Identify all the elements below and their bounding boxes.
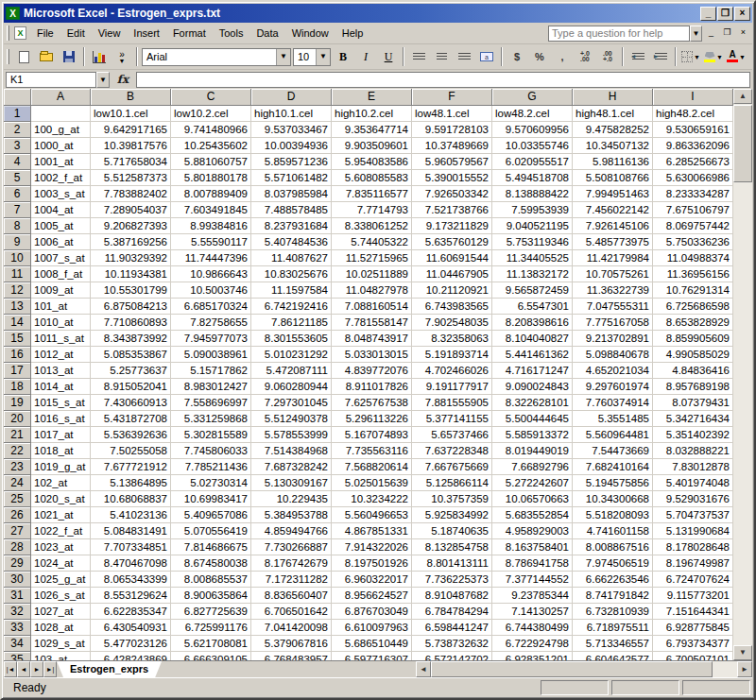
cell[interactable]: 7.637228348 xyxy=(412,443,492,459)
cell[interactable]: 9.863362096 xyxy=(653,138,733,154)
row-header-12[interactable]: 12 xyxy=(4,282,31,299)
cell[interactable]: 5.401974048 xyxy=(653,475,733,491)
cell[interactable]: 5.536392636 xyxy=(91,427,171,443)
cell[interactable]: 8.032888221 xyxy=(653,443,733,459)
cell[interactable]: 11.60691544 xyxy=(412,250,492,266)
cell[interactable]: 4.716171247 xyxy=(492,363,573,379)
menu-item-file[interactable]: File xyxy=(30,25,60,42)
row-header-29[interactable]: 29 xyxy=(4,555,31,572)
cell[interactable]: 1009_at xyxy=(31,282,91,299)
last-sheet-icon[interactable]: ►| xyxy=(43,661,57,677)
align-left-button[interactable] xyxy=(408,47,429,66)
cell[interactable]: 11.1597584 xyxy=(251,282,332,299)
row-header-27[interactable]: 27 xyxy=(4,523,31,539)
cell[interactable]: 8.301553605 xyxy=(251,331,332,347)
cell[interactable]: 8.911017826 xyxy=(332,379,412,395)
cell[interactable]: 7.603491845 xyxy=(171,202,251,218)
cell[interactable]: 11.4087627 xyxy=(251,250,332,266)
font-size-combo[interactable]: 10 ▼ xyxy=(293,48,331,66)
cell[interactable]: 1005_at xyxy=(31,218,91,234)
workbook-close-icon[interactable]: × xyxy=(736,26,750,40)
cell[interactable]: 1006_at xyxy=(31,234,91,250)
menu-item-view[interactable]: View xyxy=(92,25,128,42)
row-header-9[interactable]: 9 xyxy=(4,234,31,250)
row-header-4[interactable]: 4 xyxy=(4,154,31,170)
cell[interactable]: 7.568820614 xyxy=(332,459,412,475)
row-header-15[interactable]: 15 xyxy=(4,331,31,347)
cell[interactable]: 8.786941758 xyxy=(492,555,573,572)
cell[interactable]: 8.132854758 xyxy=(412,539,492,555)
cell[interactable]: 5.409657086 xyxy=(171,507,251,523)
cell[interactable]: 7.745806033 xyxy=(171,443,251,459)
cell[interactable]: 1024_at xyxy=(31,555,91,572)
formula-input[interactable] xyxy=(136,72,750,88)
cell[interactable]: 6.685170324 xyxy=(171,299,251,315)
cell[interactable]: 1001_at xyxy=(31,154,91,170)
bold-button[interactable]: B xyxy=(333,47,353,66)
cell[interactable]: 9.060280944 xyxy=(251,379,332,395)
cell[interactable]: 1028_at xyxy=(31,620,91,636)
maximize-icon[interactable]: ❐ xyxy=(717,7,733,21)
cell[interactable]: 5.191893714 xyxy=(412,347,492,363)
cell[interactable]: 4.958929003 xyxy=(492,523,573,539)
borders-button[interactable]: ▼ xyxy=(680,47,701,66)
row-header-30[interactable]: 30 xyxy=(4,572,31,588)
chevron-down-icon[interactable]: ▼ xyxy=(739,54,746,60)
cell[interactable]: 7.781558147 xyxy=(332,315,412,331)
cell[interactable]: 1014_at xyxy=(31,379,91,395)
cell[interactable]: 6.572142702 xyxy=(412,652,492,660)
cell[interactable]: 6.742192416 xyxy=(251,299,332,315)
cell[interactable]: 10.21120921 xyxy=(412,282,492,299)
vertical-scroll-thumb[interactable] xyxy=(733,105,752,182)
row-header-19[interactable]: 19 xyxy=(4,395,31,411)
cell[interactable]: 7.785211436 xyxy=(171,459,251,475)
cell[interactable]: 5.560496653 xyxy=(332,507,412,523)
cell[interactable]: 11.36956156 xyxy=(653,266,733,282)
cell[interactable]: 10.68068837 xyxy=(91,491,171,507)
cell[interactable]: 9.903509601 xyxy=(332,138,412,154)
cell[interactable]: 5.925834992 xyxy=(412,507,492,523)
cell[interactable]: 5.18740635 xyxy=(412,523,492,539)
cell[interactable]: 10.02511889 xyxy=(332,266,412,282)
cell[interactable]: 7.735563116 xyxy=(332,443,412,459)
cell[interactable]: 4.990585029 xyxy=(653,347,733,363)
cell[interactable]: 7.625767538 xyxy=(332,395,412,411)
cell[interactable]: 5.010231292 xyxy=(251,347,332,363)
cell[interactable]: 8.197501926 xyxy=(332,555,412,572)
cell[interactable]: 8.470467098 xyxy=(91,555,171,572)
cell[interactable]: 7.86121185 xyxy=(251,315,332,331)
cell[interactable]: 5.55590117 xyxy=(171,234,251,250)
row-header-8[interactable]: 8 xyxy=(4,218,31,234)
cell[interactable]: 5.272242607 xyxy=(492,475,573,491)
cell[interactable]: 6.793734377 xyxy=(653,636,733,652)
font-color-button[interactable]: A ▼ xyxy=(726,47,747,66)
cell[interactable]: 1003_s_at xyxy=(31,186,91,202)
cell[interactable]: 10.11934381 xyxy=(91,266,171,282)
cell[interactable]: 6.622835347 xyxy=(91,604,171,620)
row-header-22[interactable]: 22 xyxy=(4,443,31,459)
cell[interactable]: 4.702466026 xyxy=(412,363,492,379)
cell[interactable]: 6.718975511 xyxy=(573,620,653,636)
cell[interactable]: 5.494518708 xyxy=(492,170,573,186)
cell[interactable]: 8.900635864 xyxy=(171,588,251,604)
cell[interactable]: 1022_f_at xyxy=(31,523,91,539)
cell[interactable]: 5.753119346 xyxy=(492,234,573,250)
cell[interactable]: 8.343873992 xyxy=(91,331,171,347)
row-header-2[interactable]: 2 xyxy=(4,122,31,138)
cell[interactable]: 5.738732632 xyxy=(412,636,492,652)
cell[interactable]: 9.206827393 xyxy=(91,218,171,234)
cell[interactable]: 11.90329392 xyxy=(91,250,171,266)
row-header-25[interactable]: 25 xyxy=(4,491,31,507)
cell[interactable]: 5.859571236 xyxy=(251,154,332,170)
cell[interactable]: 6.875084213 xyxy=(91,299,171,315)
cell[interactable]: 8.176742679 xyxy=(251,555,332,572)
cell[interactable]: 10.34300668 xyxy=(573,491,653,507)
cell[interactable]: 1015_s_at xyxy=(31,395,91,411)
cell[interactable]: 1029_s_at xyxy=(31,636,91,652)
cell[interactable]: 8.208398616 xyxy=(492,315,573,331)
column-header-d[interactable]: D xyxy=(251,89,332,106)
cell[interactable]: 9.570609956 xyxy=(492,122,573,138)
scroll-down-icon[interactable]: ▼ xyxy=(733,645,752,660)
cell[interactable]: 7.50255058 xyxy=(91,443,171,459)
next-sheet-icon[interactable]: ► xyxy=(30,661,43,677)
